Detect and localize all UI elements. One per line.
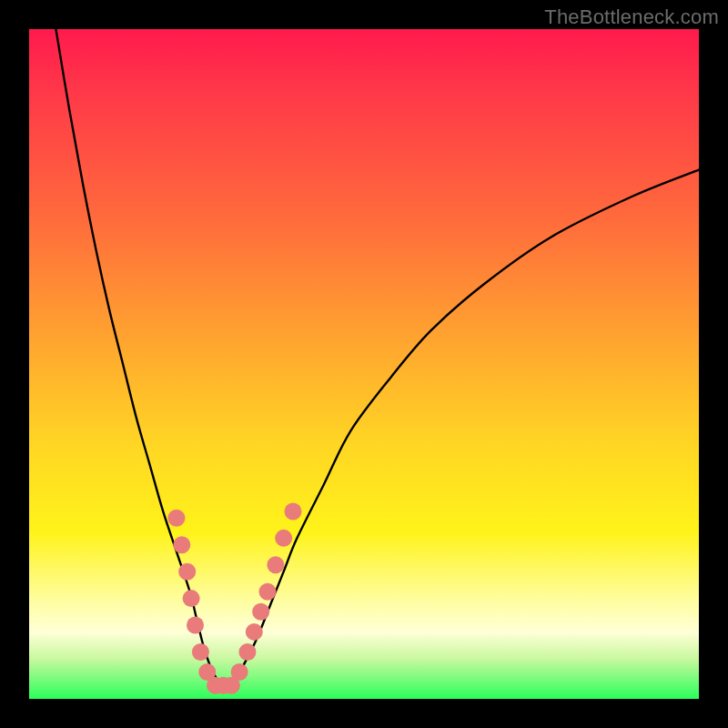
marker-dot (173, 536, 190, 553)
chart-frame: TheBottleneck.com (0, 0, 728, 728)
watermark-text: TheBottleneck.com (544, 5, 719, 29)
marker-dot (267, 556, 284, 573)
marker-dot (252, 603, 269, 621)
marker-dot (275, 530, 292, 547)
plot-area (29, 29, 699, 699)
marker-dot (183, 590, 200, 607)
marker-dot (178, 563, 196, 581)
bottleneck-curve (56, 29, 699, 686)
marker-dot (238, 643, 256, 661)
marker-dot (284, 502, 301, 520)
curve-layer (29, 29, 699, 699)
highlight-markers (167, 502, 301, 693)
marker-dot (187, 617, 204, 634)
marker-dot (246, 623, 263, 641)
marker-dot (167, 510, 185, 527)
marker-dot (259, 583, 277, 601)
marker-dot (192, 643, 209, 661)
marker-dot (231, 663, 248, 681)
